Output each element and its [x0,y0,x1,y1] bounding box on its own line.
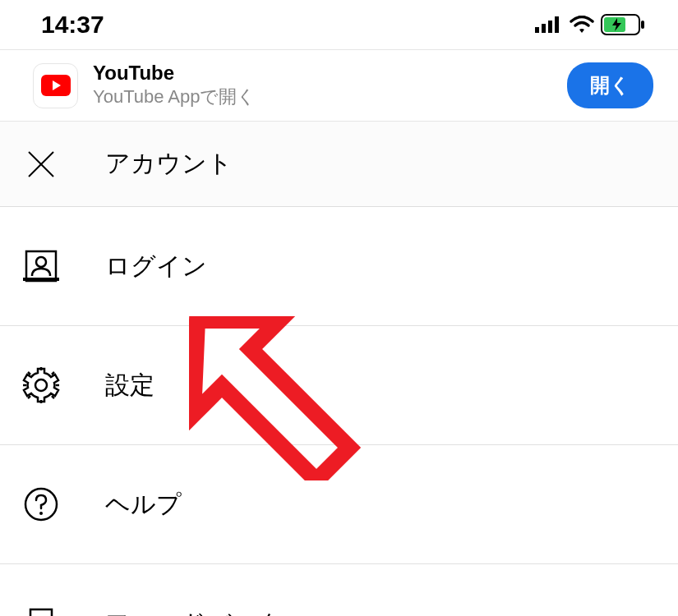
svg-point-12 [35,379,47,391]
svg-point-14 [39,512,43,515]
app-subtitle: YouTube Appで開く [93,85,567,109]
menu-label-feedback: フィードバック [105,607,283,616]
svg-rect-15 [30,609,52,617]
wifi-icon [570,16,594,34]
open-app-button[interactable]: 開く [567,62,653,108]
app-banner: YouTube YouTube Appで開く 開く [0,49,678,122]
menu-item-settings[interactable]: 設定 [0,326,678,445]
status-time: 14:37 [41,11,104,39]
menu-label-login: ログイン [105,250,207,283]
app-info: YouTube YouTube Appで開く [93,62,567,109]
help-icon [16,486,66,522]
close-icon[interactable] [16,148,66,181]
menu-item-login[interactable]: ログイン [0,207,678,326]
svg-rect-0 [535,27,539,33]
svg-rect-3 [555,16,559,33]
menu-item-help[interactable]: ヘルプ [0,445,678,564]
feedback-icon [16,606,66,617]
svg-rect-1 [542,24,546,33]
battery-icon [601,14,645,35]
status-bar: 14:37 [0,0,678,49]
login-icon [16,248,66,284]
status-icons [535,14,645,35]
menu-label-settings: 設定 [105,369,155,402]
svg-rect-2 [548,21,552,33]
svg-point-11 [36,257,46,267]
gear-icon [16,366,66,404]
cellular-icon [535,16,563,33]
page-header: アカウント [0,122,678,207]
youtube-app-icon [33,63,78,108]
menu-item-feedback[interactable]: フィードバック [0,564,678,616]
menu-label-help: ヘルプ [105,488,182,522]
app-title: YouTube [93,62,567,85]
menu-section: ログイン 設定 ヘルプ [0,207,678,616]
page-title: アカウント [105,147,233,181]
svg-rect-5 [641,21,644,29]
svg-rect-10 [23,278,59,281]
